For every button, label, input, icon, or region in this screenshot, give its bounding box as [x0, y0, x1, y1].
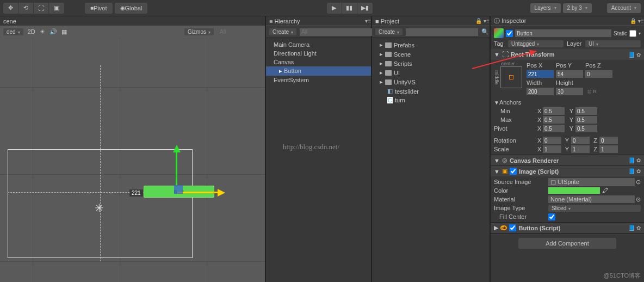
play-controls: ▶ ▮▮ ▶▮	[327, 3, 373, 14]
folder-prefabs[interactable]: ▸Prefabs	[372, 40, 490, 50]
rot-y[interactable]	[571, 137, 590, 144]
posz-field[interactable]	[585, 70, 612, 78]
anchor-max-y[interactable]	[575, 116, 597, 124]
static-checkbox[interactable]	[629, 30, 636, 37]
watermark-corner: @51CTO博客	[604, 272, 641, 280]
folder-unityvs[interactable]: ▸UnityVS	[372, 77, 490, 87]
hierarchy-create[interactable]: Create	[269, 28, 296, 35]
hand-tool[interactable]: ✥	[3, 3, 18, 14]
pivot-y[interactable]	[575, 125, 597, 132]
x-axis-arrow	[177, 192, 219, 193]
mode-2d[interactable]: 2D	[28, 28, 35, 35]
scale-y[interactable]	[571, 145, 590, 153]
anchor-max-x[interactable]	[543, 116, 565, 124]
height-field[interactable]	[556, 88, 583, 95]
fill-center-checkbox[interactable]	[548, 213, 555, 220]
layout-dropdown[interactable]: 2 by 3	[563, 3, 592, 13]
pivot-x[interactable]	[543, 125, 565, 132]
posy-field[interactable]	[556, 70, 583, 78]
project-panel: ■ Project🔒 ▾≡ Create 🔍 ★ ▸Prefabs ▸Scene…	[372, 16, 491, 282]
hierarchy-item-button[interactable]: ▸ Button	[266, 66, 371, 76]
project-create[interactable]: Create	[375, 28, 403, 35]
filter-icon[interactable]: 🔍	[481, 28, 489, 35]
asset-testslider[interactable]: ◧testslider	[372, 87, 490, 96]
scale-tool[interactable]: ▣	[49, 3, 64, 14]
pivot-toggle[interactable]: ■ Pivot	[85, 3, 113, 14]
audio-icon[interactable]: 🔊	[49, 28, 57, 35]
translate-center[interactable]	[174, 185, 183, 194]
project-tree: ▸Prefabs ▸Scene ▸Scripts ▸UI ▸UnityVS ◧t…	[372, 38, 490, 107]
gizmos-dropdown[interactable]: Gizmos	[184, 28, 214, 35]
hierarchy-tree: Main Camera Directional Light Canvas ▸ B…	[266, 38, 371, 87]
canvas-renderer-header[interactable]: ▼ ◎ Canvas Renderer📘 ✿	[491, 155, 644, 165]
light-icon[interactable]: ☀	[40, 28, 45, 35]
image-component-header[interactable]: ▼ ▣ Image (Script)📘 ✿	[491, 166, 644, 176]
active-checkbox[interactable]	[506, 30, 513, 37]
fx-icon[interactable]: ▦	[61, 28, 67, 35]
width-field[interactable]	[527, 88, 554, 95]
object-name-field[interactable]	[515, 29, 611, 37]
scale-z[interactable]	[599, 145, 618, 153]
main-toolbar: ✥ ⟲ ⛶ ▣ ■ Pivot ◉ Global ▶ ▮▮ ▶▮ Layers …	[0, 0, 644, 16]
pause-button[interactable]: ▮▮	[342, 3, 357, 14]
source-image-field[interactable]: ▢ UISprite	[548, 178, 635, 186]
inspector-tab[interactable]: ⓘ Inspector	[494, 17, 526, 25]
material-field[interactable]: None (Material)	[548, 195, 635, 203]
hierarchy-item-camera[interactable]: Main Camera	[266, 40, 371, 49]
asset-turn[interactable]: Cturn	[372, 96, 490, 105]
anchor-preset[interactable]	[500, 66, 522, 88]
folder-ui[interactable]: ▸UI	[372, 68, 490, 77]
x-axis-arrowhead	[218, 189, 225, 197]
transform-tools: ✥ ⟲ ⛶ ▣	[3, 3, 64, 14]
scene-panel: cene ded 2D ☀ 🔊 ▦ Gizmos B...n	[0, 16, 266, 282]
shaded-dropdown[interactable]: ded	[3, 28, 23, 35]
hierarchy-item-canvas[interactable]: Canvas	[266, 58, 371, 66]
layer-dropdown[interactable]: UI	[585, 40, 641, 47]
hierarchy-tab[interactable]: ≡ Hierarchy	[269, 18, 300, 24]
distance-label: 221	[129, 189, 143, 197]
guide-vertical	[100, 65, 101, 261]
rotate-tool[interactable]: ⛶	[34, 3, 49, 14]
hierarchy-item-light[interactable]: Directional Light	[266, 49, 371, 58]
button-script-header[interactable]: ▶ ok Button (Script)📘 ✿	[491, 223, 644, 233]
add-component-button[interactable]: Add Component	[518, 238, 616, 249]
folder-scene[interactable]: ▸Scene	[372, 50, 490, 59]
scale-x[interactable]	[543, 145, 561, 153]
layers-dropdown[interactable]: Layers	[530, 3, 561, 13]
watermark-url: http://blog.csdn.net/	[283, 143, 339, 151]
global-toggle[interactable]: ◉ Global	[115, 3, 148, 14]
move-tool[interactable]: ⟲	[18, 3, 34, 14]
rect-transform-header[interactable]: ▼ ⛶ Rect Transform📘 ✿	[491, 49, 644, 60]
hierarchy-item-eventsystem[interactable]: EventSystem	[266, 76, 371, 84]
rot-x[interactable]	[543, 137, 561, 144]
y-axis-arrow	[176, 150, 177, 187]
y-axis-arrowhead	[173, 145, 181, 152]
gameobject-icon	[494, 28, 504, 38]
anchor-min-y[interactable]	[575, 107, 597, 115]
anchor-min-x[interactable]	[543, 107, 565, 115]
rot-z[interactable]	[599, 137, 618, 144]
play-button[interactable]: ▶	[327, 3, 342, 14]
scene-search[interactable]	[218, 28, 262, 35]
posx-field[interactable]	[527, 70, 554, 78]
project-search[interactable]	[406, 28, 478, 36]
pivot-icon: ✳	[95, 201, 104, 214]
scene-viewport[interactable]: B...n 221 ✳	[0, 38, 265, 282]
static-label: Static	[614, 30, 627, 36]
inspector-panel: ⓘ Inspector🔒 ▾≡ Static ▾ Tag Untagged La…	[491, 16, 644, 282]
hierarchy-search[interactable]	[300, 28, 372, 36]
image-type-dropdown[interactable]: Sliced	[548, 205, 641, 212]
tag-dropdown[interactable]: Untagged	[508, 40, 564, 47]
project-tab[interactable]: ■ Project	[375, 18, 399, 24]
folder-scripts[interactable]: ▸Scripts	[372, 59, 490, 68]
color-field[interactable]	[548, 187, 600, 194]
scene-tab[interactable]: cene	[0, 16, 265, 26]
step-button[interactable]: ▶▮	[357, 3, 373, 14]
account-dropdown[interactable]: Account	[607, 3, 641, 13]
